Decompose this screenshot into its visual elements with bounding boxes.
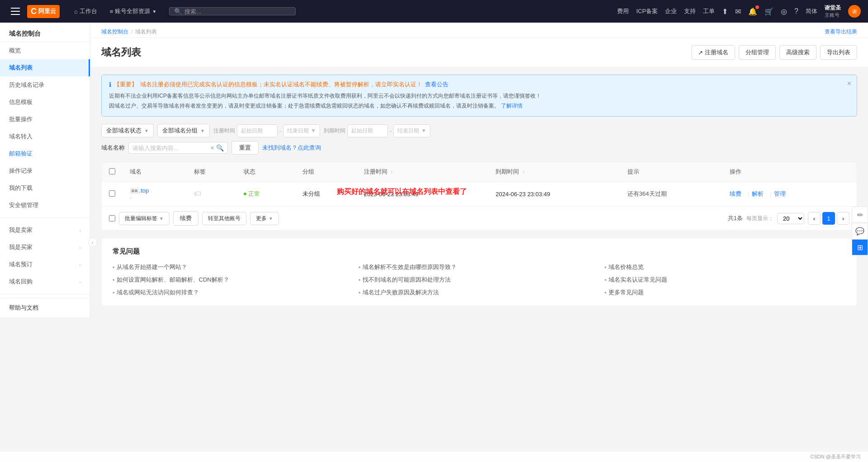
footer-checkbox[interactable] xyxy=(109,215,115,222)
row-action-cell: 续费 | 解析 | 管理 xyxy=(722,182,857,207)
more-actions-button[interactable]: 更多 ▼ xyxy=(250,212,279,225)
sidebar-item-transfer-in[interactable]: 域名转入 xyxy=(0,128,90,145)
alert-banner: × ℹ 【重要】 域名注册必须使用已完成实名认证的信息模板；未实名认证域名不能续… xyxy=(101,75,857,117)
search-submit-icon[interactable]: 🔍 xyxy=(216,144,224,151)
expire-end-date-wrap: 结束日期 ▼ xyxy=(393,124,430,137)
renew-action[interactable]: 续费 xyxy=(730,190,741,197)
nav-search-input[interactable] xyxy=(184,8,291,15)
manage-action[interactable]: 管理 xyxy=(774,190,786,197)
faq-item-5[interactable]: • 域名实名认证常见问题 xyxy=(604,276,846,284)
faq-item-6[interactable]: • 域名或网站无法访问如何排查？ xyxy=(113,288,354,297)
next-page-button[interactable]: › xyxy=(837,212,849,225)
export-list-button[interactable]: 导出列表 xyxy=(820,45,857,60)
upload-icon[interactable]: ⬆ xyxy=(722,7,728,16)
sidebar-group-seller[interactable]: 我是卖家 › xyxy=(0,222,90,239)
mail-icon[interactable]: ✉ xyxy=(735,7,741,16)
advanced-search-button[interactable]: 高级搜索 xyxy=(779,45,816,60)
faq-title: 常见问题 xyxy=(113,247,846,256)
faq-item-1[interactable]: • 域名解析不生效是由哪些原因导致？ xyxy=(359,263,600,271)
th-group: 分组 xyxy=(295,162,357,182)
expire-start-date[interactable]: 起始日期 xyxy=(347,124,388,137)
faq-item-3[interactable]: • 如何设置网站解析、邮箱解析、CDN解析？ xyxy=(113,276,354,284)
nav-support[interactable]: 支持 xyxy=(684,7,696,15)
sidebar-item-overview[interactable]: 概览 xyxy=(0,42,90,59)
prev-page-button[interactable]: ‹ xyxy=(808,212,821,225)
sidebar-group-reserve[interactable]: 域名预订 › xyxy=(0,256,90,273)
nav-enterprise[interactable]: 企业 xyxy=(665,7,677,15)
chevron-right-icon-3: › xyxy=(79,261,81,268)
select-all-checkbox[interactable] xyxy=(109,168,115,174)
sidebar-item-operation-log[interactable]: 操作记录 xyxy=(0,162,90,179)
gift-icon[interactable]: ◎ xyxy=(781,7,787,16)
help-icon[interactable]: ? xyxy=(794,7,798,15)
alert-close-button[interactable]: × xyxy=(847,80,851,88)
nav-workbench[interactable]: ⌂ 工作台 xyxy=(69,4,103,19)
search-clear-icon[interactable]: × xyxy=(211,144,214,151)
tag-icon[interactable]: 🏷 xyxy=(194,190,201,198)
alert-detail-link[interactable]: 了解详情 xyxy=(501,103,523,109)
sidebar-group-buyback[interactable]: 域名回购 › xyxy=(0,273,90,290)
sidebar-item-template[interactable]: 信息模板 xyxy=(0,94,90,111)
domain-link[interactable]: ■■.top xyxy=(130,187,149,194)
status-filter[interactable]: 全部域名状态 ▼ xyxy=(101,124,154,137)
alert-title-link[interactable]: 查看公告 xyxy=(425,80,448,89)
sort-expire-icon[interactable]: ↕ xyxy=(523,170,525,174)
register-end-date[interactable]: 结束日期 ▼ xyxy=(283,124,320,137)
cart-icon[interactable]: 🛒 xyxy=(764,7,774,16)
page-size-select[interactable]: 20 10 50 100 xyxy=(777,213,804,224)
not-found-query-link[interactable]: 未找到域名？点此查询 xyxy=(262,144,321,152)
row-checkbox[interactable] xyxy=(109,190,115,197)
user-profile[interactable]: 谢堂圣 主账号 xyxy=(825,4,841,19)
sidebar-item-batch[interactable]: 批量操作 xyxy=(0,111,90,128)
sidebar-help[interactable]: 帮助与文档 xyxy=(0,298,90,317)
sidebar-item-security-lock[interactable]: 安全锁管理 xyxy=(0,197,90,214)
sidebar: 域名控制台 概览 域名列表 历史域名记录 信息模板 批量操作 域名转入 邮箱验证 xyxy=(0,23,90,317)
register-domain-button[interactable]: ↗ 注册域名 xyxy=(691,45,735,60)
transfer-account-button[interactable]: 转至其他账号 xyxy=(202,212,246,225)
breadcrumb-current: 域名列表 xyxy=(135,28,157,36)
float-chat-button[interactable]: 💬 xyxy=(852,223,868,239)
nav-cost[interactable]: 费用 xyxy=(617,7,629,15)
sidebar-item-domain-list[interactable]: 域名列表 xyxy=(0,59,90,76)
nav-icp[interactable]: ICP备案 xyxy=(636,7,658,15)
sort-register-icon[interactable]: ↕ xyxy=(391,170,393,174)
nav-ticket[interactable]: 工单 xyxy=(703,7,715,15)
sidebar-collapse-button[interactable]: ‹ xyxy=(88,238,97,247)
hamburger-menu[interactable] xyxy=(7,3,24,19)
sidebar-group-buyer[interactable]: 我是买家 › xyxy=(0,239,90,256)
float-grid-button[interactable]: ⊞ xyxy=(852,239,868,255)
export-result-link[interactable]: 查看导出结果 xyxy=(825,28,857,36)
sidebar-divider-1 xyxy=(0,217,90,218)
group-management-button[interactable]: 分组管理 xyxy=(739,45,776,60)
breadcrumb-link-console[interactable]: 域名控制台 xyxy=(101,28,128,36)
avatar[interactable]: 谢 xyxy=(848,5,861,18)
logo[interactable]: C 阿里云 xyxy=(27,5,60,18)
external-link-icon: ↗ xyxy=(698,49,703,56)
float-edit-button[interactable]: ✏ xyxy=(852,207,868,223)
faq-item-7[interactable]: • 域名过户失败原因及解决方法 xyxy=(359,288,600,297)
row-checkbox-cell xyxy=(102,182,123,207)
alert-title: ℹ 【重要】 域名注册必须使用已完成实名认证的信息模板；未实名认证域名不能续费、… xyxy=(109,80,849,89)
domain-search-input[interactable] xyxy=(132,145,209,151)
group-filter[interactable]: 全部域名分组 ▼ xyxy=(157,124,210,137)
register-start-date[interactable]: 起始日期 xyxy=(237,124,278,137)
faq-item-8[interactable]: • 更多常见问题 xyxy=(604,288,846,297)
page-1-button[interactable]: 1 xyxy=(822,212,835,225)
language-switch[interactable]: 简体 xyxy=(806,7,817,15)
th-domain: 域名 xyxy=(123,162,187,182)
sidebar-item-history[interactable]: 历史域名记录 xyxy=(0,76,90,94)
faq-item-4[interactable]: • 找不到域名的可能原因和处理方法 xyxy=(359,276,600,284)
date-chevron-icon: ▼ xyxy=(311,127,316,134)
sidebar-item-email-verify[interactable]: 邮箱验证 xyxy=(0,145,90,162)
bell-icon[interactable]: 🔔 xyxy=(748,7,757,16)
nav-resources[interactable]: ≡ 账号全部资源 ▼ xyxy=(104,4,162,19)
batch-tag-button[interactable]: 批量编辑标签 ▼ xyxy=(119,212,170,225)
reset-button[interactable]: 重置 xyxy=(231,141,259,155)
expire-date-chevron-icon: ▼ xyxy=(421,127,426,134)
expire-end-date[interactable]: 结束日期 ▼ xyxy=(393,124,430,137)
faq-item-2[interactable]: • 域名价格总览 xyxy=(604,263,846,271)
sidebar-item-my-download[interactable]: 我的下载 xyxy=(0,179,90,197)
resolve-action[interactable]: 解析 xyxy=(752,190,764,197)
batch-renew-button[interactable]: 续费 xyxy=(173,211,198,226)
faq-item-0[interactable]: • 从域名开始搭建一个网站？ xyxy=(113,263,354,271)
